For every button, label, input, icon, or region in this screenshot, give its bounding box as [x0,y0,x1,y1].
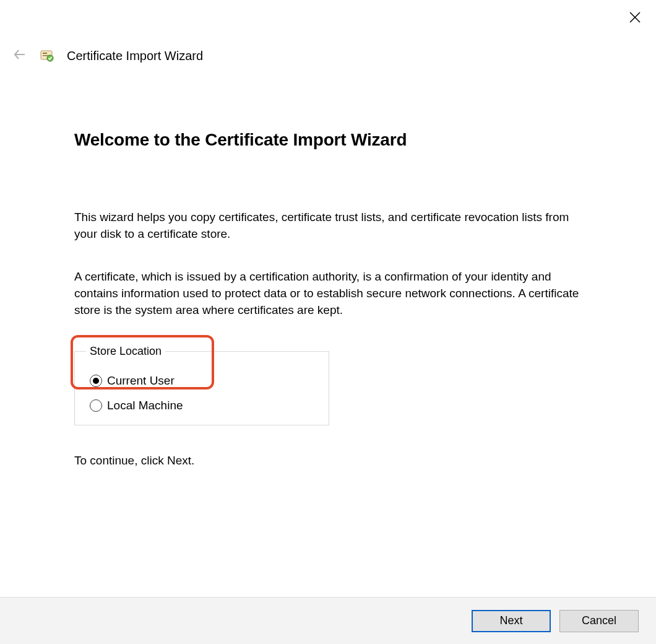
next-button[interactable]: Next [472,610,551,632]
continue-instruction: To continue, click Next. [74,454,594,468]
wizard-content: Welcome to the Certificate Import Wizard… [74,130,594,468]
description-paragraph: A certificate, which is issued by a cert… [74,269,594,319]
wizard-title: Certificate Import Wizard [67,49,203,63]
back-arrow-icon [13,48,27,64]
radio-button-icon [90,399,102,412]
radio-button-icon [90,375,102,387]
cancel-button[interactable]: Cancel [559,610,639,632]
intro-paragraph: This wizard helps you copy certificates,… [74,209,594,243]
wizard-footer: Next Cancel [0,597,656,644]
store-location-legend: Store Location [86,345,165,358]
svg-rect-4 [43,53,47,54]
radio-label: Local Machine [107,399,183,412]
radio-local-machine[interactable]: Local Machine [90,399,317,412]
store-location-group: Store Location Current User Local Machin… [74,345,329,425]
radio-current-user[interactable]: Current User [90,374,317,388]
close-button[interactable] [628,11,642,26]
welcome-heading: Welcome to the Certificate Import Wizard [74,130,594,150]
radio-label: Current User [107,374,175,388]
certificate-wizard-icon [38,47,56,64]
close-icon [629,11,641,26]
back-button[interactable] [12,48,27,63]
wizard-header: Certificate Import Wizard [12,47,203,64]
